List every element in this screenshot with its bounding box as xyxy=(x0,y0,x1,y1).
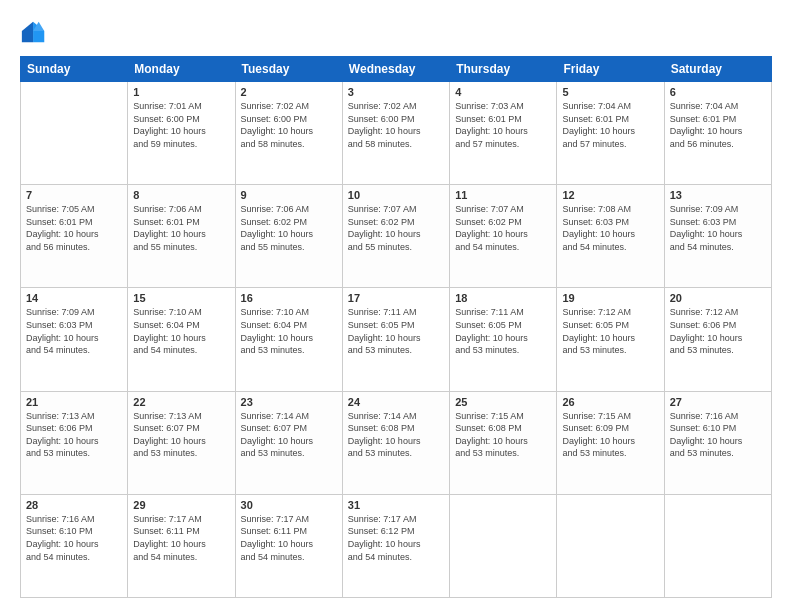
calendar-cell: 13Sunrise: 7:09 AM Sunset: 6:03 PM Dayli… xyxy=(664,185,771,288)
cell-info: Sunrise: 7:11 AM Sunset: 6:05 PM Dayligh… xyxy=(455,306,551,356)
cell-info: Sunrise: 7:15 AM Sunset: 6:09 PM Dayligh… xyxy=(562,410,658,460)
cell-info: Sunrise: 7:01 AM Sunset: 6:00 PM Dayligh… xyxy=(133,100,229,150)
day-number: 8 xyxy=(133,189,229,201)
cell-info: Sunrise: 7:09 AM Sunset: 6:03 PM Dayligh… xyxy=(670,203,766,253)
cell-info: Sunrise: 7:15 AM Sunset: 6:08 PM Dayligh… xyxy=(455,410,551,460)
day-number: 7 xyxy=(26,189,122,201)
cell-info: Sunrise: 7:16 AM Sunset: 6:10 PM Dayligh… xyxy=(26,513,122,563)
day-number: 20 xyxy=(670,292,766,304)
day-number: 23 xyxy=(241,396,337,408)
cell-info: Sunrise: 7:14 AM Sunset: 6:08 PM Dayligh… xyxy=(348,410,444,460)
calendar-cell: 11Sunrise: 7:07 AM Sunset: 6:02 PM Dayli… xyxy=(450,185,557,288)
cell-info: Sunrise: 7:17 AM Sunset: 6:12 PM Dayligh… xyxy=(348,513,444,563)
day-number: 2 xyxy=(241,86,337,98)
calendar-cell: 14Sunrise: 7:09 AM Sunset: 6:03 PM Dayli… xyxy=(21,288,128,391)
day-number: 21 xyxy=(26,396,122,408)
cell-info: Sunrise: 7:06 AM Sunset: 6:02 PM Dayligh… xyxy=(241,203,337,253)
cell-info: Sunrise: 7:09 AM Sunset: 6:03 PM Dayligh… xyxy=(26,306,122,356)
calendar-cell xyxy=(664,494,771,597)
calendar-cell: 20Sunrise: 7:12 AM Sunset: 6:06 PM Dayli… xyxy=(664,288,771,391)
weekday-friday: Friday xyxy=(557,57,664,82)
calendar-cell: 30Sunrise: 7:17 AM Sunset: 6:11 PM Dayli… xyxy=(235,494,342,597)
day-number: 31 xyxy=(348,499,444,511)
cell-info: Sunrise: 7:12 AM Sunset: 6:05 PM Dayligh… xyxy=(562,306,658,356)
cell-info: Sunrise: 7:08 AM Sunset: 6:03 PM Dayligh… xyxy=(562,203,658,253)
day-number: 10 xyxy=(348,189,444,201)
logo-icon xyxy=(20,18,48,46)
calendar-cell: 17Sunrise: 7:11 AM Sunset: 6:05 PM Dayli… xyxy=(342,288,449,391)
calendar-cell xyxy=(21,82,128,185)
calendar-cell xyxy=(557,494,664,597)
cell-info: Sunrise: 7:11 AM Sunset: 6:05 PM Dayligh… xyxy=(348,306,444,356)
week-row-3: 14Sunrise: 7:09 AM Sunset: 6:03 PM Dayli… xyxy=(21,288,772,391)
day-number: 13 xyxy=(670,189,766,201)
day-number: 25 xyxy=(455,396,551,408)
cell-info: Sunrise: 7:02 AM Sunset: 6:00 PM Dayligh… xyxy=(348,100,444,150)
calendar-cell: 12Sunrise: 7:08 AM Sunset: 6:03 PM Dayli… xyxy=(557,185,664,288)
calendar-cell: 27Sunrise: 7:16 AM Sunset: 6:10 PM Dayli… xyxy=(664,391,771,494)
day-number: 11 xyxy=(455,189,551,201)
cell-info: Sunrise: 7:13 AM Sunset: 6:07 PM Dayligh… xyxy=(133,410,229,460)
cell-info: Sunrise: 7:07 AM Sunset: 6:02 PM Dayligh… xyxy=(455,203,551,253)
day-number: 27 xyxy=(670,396,766,408)
day-number: 17 xyxy=(348,292,444,304)
cell-info: Sunrise: 7:03 AM Sunset: 6:01 PM Dayligh… xyxy=(455,100,551,150)
weekday-thursday: Thursday xyxy=(450,57,557,82)
calendar-cell: 29Sunrise: 7:17 AM Sunset: 6:11 PM Dayli… xyxy=(128,494,235,597)
cell-info: Sunrise: 7:17 AM Sunset: 6:11 PM Dayligh… xyxy=(241,513,337,563)
cell-info: Sunrise: 7:07 AM Sunset: 6:02 PM Dayligh… xyxy=(348,203,444,253)
day-number: 19 xyxy=(562,292,658,304)
week-row-5: 28Sunrise: 7:16 AM Sunset: 6:10 PM Dayli… xyxy=(21,494,772,597)
week-row-4: 21Sunrise: 7:13 AM Sunset: 6:06 PM Dayli… xyxy=(21,391,772,494)
calendar-cell: 28Sunrise: 7:16 AM Sunset: 6:10 PM Dayli… xyxy=(21,494,128,597)
cell-info: Sunrise: 7:02 AM Sunset: 6:00 PM Dayligh… xyxy=(241,100,337,150)
day-number: 26 xyxy=(562,396,658,408)
day-number: 6 xyxy=(670,86,766,98)
calendar-cell: 24Sunrise: 7:14 AM Sunset: 6:08 PM Dayli… xyxy=(342,391,449,494)
weekday-monday: Monday xyxy=(128,57,235,82)
calendar-cell: 4Sunrise: 7:03 AM Sunset: 6:01 PM Daylig… xyxy=(450,82,557,185)
logo xyxy=(20,18,52,46)
calendar-cell: 16Sunrise: 7:10 AM Sunset: 6:04 PM Dayli… xyxy=(235,288,342,391)
calendar-cell: 6Sunrise: 7:04 AM Sunset: 6:01 PM Daylig… xyxy=(664,82,771,185)
header xyxy=(20,18,772,46)
day-number: 30 xyxy=(241,499,337,511)
day-number: 18 xyxy=(455,292,551,304)
calendar-cell: 1Sunrise: 7:01 AM Sunset: 6:00 PM Daylig… xyxy=(128,82,235,185)
cell-info: Sunrise: 7:06 AM Sunset: 6:01 PM Dayligh… xyxy=(133,203,229,253)
cell-info: Sunrise: 7:13 AM Sunset: 6:06 PM Dayligh… xyxy=(26,410,122,460)
cell-info: Sunrise: 7:05 AM Sunset: 6:01 PM Dayligh… xyxy=(26,203,122,253)
calendar-cell: 9Sunrise: 7:06 AM Sunset: 6:02 PM Daylig… xyxy=(235,185,342,288)
weekday-sunday: Sunday xyxy=(21,57,128,82)
day-number: 16 xyxy=(241,292,337,304)
weekday-wednesday: Wednesday xyxy=(342,57,449,82)
calendar-cell: 26Sunrise: 7:15 AM Sunset: 6:09 PM Dayli… xyxy=(557,391,664,494)
day-number: 1 xyxy=(133,86,229,98)
calendar-cell xyxy=(450,494,557,597)
day-number: 9 xyxy=(241,189,337,201)
calendar-cell: 8Sunrise: 7:06 AM Sunset: 6:01 PM Daylig… xyxy=(128,185,235,288)
day-number: 14 xyxy=(26,292,122,304)
calendar-cell: 25Sunrise: 7:15 AM Sunset: 6:08 PM Dayli… xyxy=(450,391,557,494)
cell-info: Sunrise: 7:14 AM Sunset: 6:07 PM Dayligh… xyxy=(241,410,337,460)
calendar-cell: 10Sunrise: 7:07 AM Sunset: 6:02 PM Dayli… xyxy=(342,185,449,288)
calendar-cell: 31Sunrise: 7:17 AM Sunset: 6:12 PM Dayli… xyxy=(342,494,449,597)
calendar-cell: 21Sunrise: 7:13 AM Sunset: 6:06 PM Dayli… xyxy=(21,391,128,494)
calendar-cell: 19Sunrise: 7:12 AM Sunset: 6:05 PM Dayli… xyxy=(557,288,664,391)
day-number: 28 xyxy=(26,499,122,511)
day-number: 5 xyxy=(562,86,658,98)
cell-info: Sunrise: 7:04 AM Sunset: 6:01 PM Dayligh… xyxy=(670,100,766,150)
calendar-cell: 15Sunrise: 7:10 AM Sunset: 6:04 PM Dayli… xyxy=(128,288,235,391)
cell-info: Sunrise: 7:16 AM Sunset: 6:10 PM Dayligh… xyxy=(670,410,766,460)
weekday-saturday: Saturday xyxy=(664,57,771,82)
svg-marker-1 xyxy=(22,22,33,43)
calendar-cell: 5Sunrise: 7:04 AM Sunset: 6:01 PM Daylig… xyxy=(557,82,664,185)
week-row-2: 7Sunrise: 7:05 AM Sunset: 6:01 PM Daylig… xyxy=(21,185,772,288)
calendar-cell: 3Sunrise: 7:02 AM Sunset: 6:00 PM Daylig… xyxy=(342,82,449,185)
weekday-tuesday: Tuesday xyxy=(235,57,342,82)
day-number: 3 xyxy=(348,86,444,98)
day-number: 22 xyxy=(133,396,229,408)
day-number: 29 xyxy=(133,499,229,511)
page: SundayMondayTuesdayWednesdayThursdayFrid… xyxy=(0,0,792,612)
day-number: 4 xyxy=(455,86,551,98)
